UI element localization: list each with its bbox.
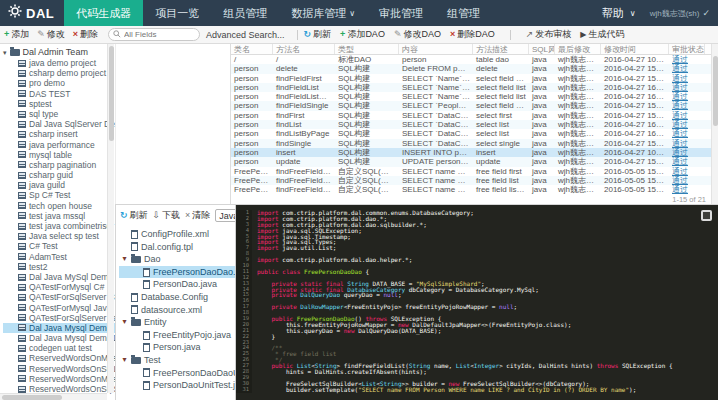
- table-row[interactable]: personfindListByPageSQL构建SELECT `DataCha…: [231, 129, 718, 138]
- edit-dao-button[interactable]: ✎ 修改DAO: [394, 28, 441, 41]
- sidebar-item-project[interactable]: QATestForSqlServer Java: [3, 313, 115, 323]
- sidebar-item-project[interactable]: C# Test: [3, 241, 115, 251]
- table-row[interactable]: personinsertSQL构建INSERT INTO perso..inse…: [231, 148, 718, 157]
- column-header[interactable]: 最后修改: [555, 44, 601, 54]
- approval-status-link[interactable]: 通过: [669, 148, 705, 157]
- sidebar-item-project[interactable]: mysql table: [3, 150, 115, 160]
- sidebar-item-project[interactable]: java guild: [3, 180, 115, 190]
- sidebar-item-project[interactable]: java demo project: [3, 58, 115, 68]
- approval-status-link[interactable]: 通过: [669, 74, 705, 83]
- approval-status-link[interactable]: 通过: [669, 92, 705, 101]
- table-row[interactable]: personfindFieldListSQL构建SELECT `Name` F.…: [231, 83, 718, 92]
- file-tree-file[interactable]: PersonDaoUnitTest.java: [119, 379, 235, 392]
- approval-status-link[interactable]: 通过: [669, 157, 705, 166]
- scroll-thumb[interactable]: [713, 56, 718, 126]
- approval-status-link[interactable]: 通过: [669, 167, 705, 176]
- edit-project-button[interactable]: ✎ 修改: [37, 28, 65, 41]
- table-row[interactable]: persondeleteSQL构建Delete FROM perso..dele…: [231, 64, 718, 73]
- table-row[interactable]: FreePersonDaofindFreeFieldFirst自定义SQL(查询…: [231, 167, 718, 176]
- sidebar-item-project[interactable]: Dal Java MySql Demo: [3, 272, 115, 282]
- table-row[interactable]: personfindFieldFirstSQL构建SELECT `Name` F…: [231, 74, 718, 83]
- sidebar-item-project[interactable]: pro demo: [3, 78, 115, 88]
- publish-review-button[interactable]: ↗ 发布审核: [526, 28, 572, 41]
- file-tree-folder[interactable]: ▾Dao: [119, 253, 235, 266]
- sidebar-item-project[interactable]: test java combinetriser: [3, 221, 115, 231]
- approval-status-link[interactable]: 通过: [669, 83, 705, 92]
- code-editor[interactable]: 1import com.ctrip.platform.dal.common.en…: [236, 205, 718, 400]
- sidebar-item-project[interactable]: Dal Java Mysql Demo1: [3, 333, 115, 343]
- sidebar-item-project[interactable]: test java mssql: [3, 211, 115, 221]
- column-header[interactable]: 修改时间: [601, 44, 669, 54]
- download-button[interactable]: ⇩ 下载: [153, 209, 181, 222]
- column-header[interactable]: SQL风格: [529, 44, 555, 54]
- nav-item-代码生成器[interactable]: 代码生成器: [64, 0, 143, 26]
- project-tree-vscrollbar[interactable]: [107, 44, 114, 393]
- code-refresh-button[interactable]: ↻ 刷新: [120, 209, 148, 222]
- sidebar-item-project[interactable]: ReservedWordsOnMysql C: [3, 374, 115, 384]
- file-tree-file[interactable]: Database.Config: [119, 291, 235, 304]
- sidebar-item-project[interactable]: sql type: [3, 109, 115, 119]
- language-select[interactable]: Java ▾: [215, 209, 236, 222]
- project-tree-root[interactable]: ▾Dal Admin Team: [3, 47, 115, 58]
- help-menu[interactable]: 帮助 ∨: [602, 6, 636, 21]
- sidebar-item-project[interactable]: AdamTest: [3, 252, 115, 262]
- table-row[interactable]: personfindFieldSingleSQL构建SELECT `People…: [231, 101, 718, 110]
- file-tree-file[interactable]: FreeEntityPojo.java: [119, 329, 235, 342]
- file-tree-file[interactable]: PersonDao.java: [119, 278, 235, 291]
- table-row[interactable]: FreePersonDaofindFreeFieldList自定义SQL(查询)…: [231, 176, 718, 185]
- table-row[interactable]: personupdateSQL构建UPDATE person SET..upda…: [231, 157, 718, 166]
- approval-status-link[interactable]: 通过: [669, 129, 705, 138]
- table-row[interactable]: personfindFirstSQL构建SELECT `DataChan..se…: [231, 111, 718, 120]
- generate-code-button[interactable]: ▶ 生成代码: [580, 28, 624, 41]
- sidebar-item-project[interactable]: QATestForMysql Java: [3, 303, 115, 313]
- approval-status-link[interactable]: 通过: [669, 55, 705, 64]
- sidebar-item-project[interactable]: csharp demo project: [3, 68, 115, 78]
- sidebar-item-project[interactable]: ReservedWordsOnMysql: [3, 353, 115, 363]
- sidebar-item-project[interactable]: ReservedWordsOnSQLSer: [3, 364, 115, 374]
- column-header[interactable]: 方法描述: [473, 44, 529, 54]
- sidebar-item-project[interactable]: sptest: [3, 99, 115, 109]
- sidebar-item-project[interactable]: QATestForSqlServer C#: [3, 292, 115, 302]
- add-dao-button[interactable]: + 添加DAO: [340, 28, 385, 41]
- approval-status-link[interactable]: 通过: [669, 139, 705, 148]
- table-row[interactable]: personfindFieldListByPageSQL构建SELECT `Na…: [231, 92, 718, 101]
- file-tree-file[interactable]: FreePersonDaoDaoUnitTest.: [119, 367, 235, 380]
- fullscreen-icon[interactable]: [701, 210, 712, 221]
- file-tree-folder[interactable]: ▾Entity: [119, 316, 235, 329]
- file-tree-file[interactable]: FreePersonDaoDao.java: [119, 266, 235, 279]
- add-project-button[interactable]: + 添加: [4, 28, 29, 41]
- sidebar-item-project[interactable]: csharp pagination: [3, 160, 115, 170]
- app-logo[interactable]: DAL: [0, 0, 64, 26]
- sidebar-item-project[interactable]: DAS TEST: [3, 89, 115, 99]
- delete-dao-button[interactable]: × 删除DAO: [450, 28, 495, 41]
- nav-item-组员管理[interactable]: 组员管理: [211, 0, 279, 26]
- nav-item-组管理[interactable]: 组管理: [435, 0, 492, 26]
- table-row[interactable]: //标准DAOpersontable daojavawjh魏志强(s..2016…: [231, 55, 718, 64]
- file-tree-file[interactable]: Dal.config.tpl: [119, 241, 235, 254]
- column-header[interactable]: 审批状态: [669, 44, 705, 54]
- sidebar-item-project[interactable]: codegen uat test: [3, 343, 115, 353]
- scroll-thumb[interactable]: [2, 395, 62, 400]
- user-label[interactable]: wjh魏志强(sh) ✓: [650, 8, 710, 19]
- sidebar-item-project[interactable]: tech open house: [3, 201, 115, 211]
- column-header[interactable]: 方法名: [273, 44, 335, 54]
- approval-status-link[interactable]: 通过: [669, 120, 705, 129]
- delete-project-button[interactable]: × 删除: [73, 28, 98, 41]
- sidebar-item-project[interactable]: csharp insert: [3, 129, 115, 139]
- search-input[interactable]: [124, 30, 194, 39]
- file-tree-file[interactable]: datasource.xml: [119, 304, 235, 317]
- file-tree-file[interactable]: ConfigProfile.xml: [119, 228, 235, 241]
- sidebar-item-project[interactable]: QATestForMysql C#: [3, 282, 115, 292]
- sidebar-item-project[interactable]: Sp C# Test: [3, 190, 115, 200]
- approval-status-link[interactable]: 通过: [669, 185, 705, 194]
- scroll-thumb[interactable]: [109, 46, 114, 141]
- nav-item-项目一览[interactable]: 项目一览: [143, 0, 211, 26]
- sidebar-item-project[interactable]: Java select sp test: [3, 231, 115, 241]
- sidebar-item-project[interactable]: Dal Java Mysql Demo: [3, 323, 115, 333]
- clear-button[interactable]: × 清除: [185, 209, 210, 222]
- column-header[interactable]: 内容: [399, 44, 473, 54]
- approval-status-link[interactable]: 通过: [669, 101, 705, 110]
- table-vscrollbar[interactable]: [711, 44, 718, 204]
- sidebar-item-project[interactable]: csharp guid: [3, 170, 115, 180]
- nav-item-审批管理[interactable]: 审批管理: [367, 0, 435, 26]
